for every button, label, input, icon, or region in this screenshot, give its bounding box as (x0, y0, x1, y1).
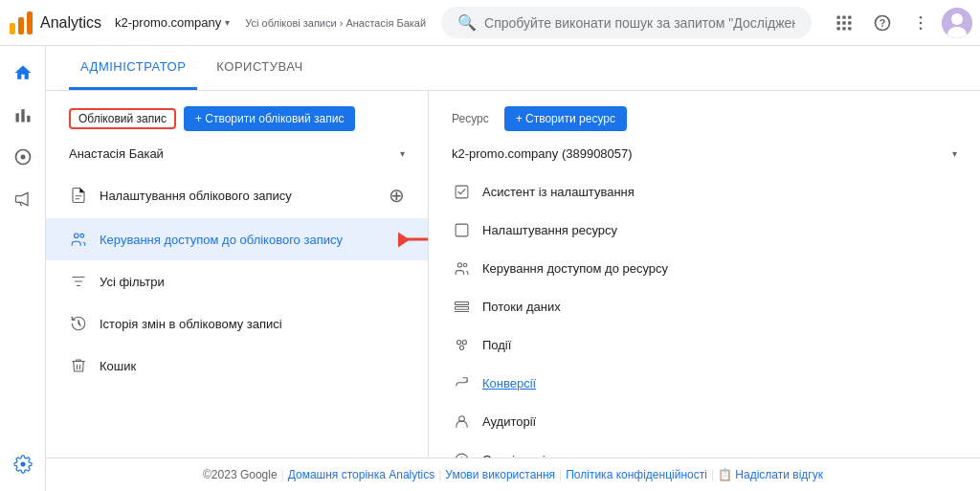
svg-point-16 (920, 27, 923, 30)
account-dropdown[interactable]: Анастасія Бакай (69, 146, 396, 161)
tab-user[interactable]: КОРИСТУВАЧ (205, 46, 314, 90)
menu-item-custom-definitions[interactable]: Спеціальні визначення (429, 440, 980, 458)
sidebar-item-home[interactable] (4, 54, 42, 92)
admin-content: Обліковий запис + Створити обліковий зап… (46, 91, 980, 458)
help-button[interactable]: ? (865, 6, 900, 40)
svg-point-15 (920, 21, 923, 24)
avatar[interactable] (942, 8, 972, 38)
svg-rect-17 (15, 113, 18, 122)
conversions-icon (452, 373, 471, 392)
svg-rect-29 (455, 306, 468, 309)
menu-item-label[interactable]: Конверсії (482, 376, 536, 391)
footer-link-terms[interactable]: Умови використання (445, 468, 555, 481)
svg-point-31 (462, 340, 466, 344)
menu-item-access-management[interactable]: Керування доступом до облікового запису (46, 218, 428, 260)
more-button[interactable] (903, 6, 938, 40)
menu-item-label: Налаштування облікового запису (100, 189, 292, 203)
more-icon (911, 13, 930, 33)
svg-point-26 (457, 262, 461, 266)
create-resource-button[interactable]: + Створити ресурс (504, 106, 627, 131)
avatar-image (942, 8, 972, 38)
tab-admin[interactable]: АДМІНІСТРАТОР (69, 46, 197, 90)
account-selector[interactable]: k2-promo.company ▾ (107, 11, 237, 33)
account-dropdown-chevron: ▾ (400, 148, 405, 159)
resource-dropdown[interactable]: k2-promo.company (389908057) (452, 146, 952, 161)
search-input[interactable] (484, 15, 795, 31)
people-icon (69, 230, 88, 249)
sidebar-item-explore[interactable] (4, 138, 42, 176)
svg-rect-28 (455, 301, 468, 304)
account-name: k2-promo.company (115, 15, 221, 30)
footer-link-privacy[interactable]: Політика конфіденційності (566, 468, 707, 481)
footer-link-feedback[interactable]: 📋 Надіслати відгук (718, 468, 823, 481)
menu-item-audiences[interactable]: Аудиторії (429, 402, 980, 440)
svg-rect-0 (10, 23, 15, 34)
file-icon (69, 186, 88, 205)
megaphone-icon (13, 190, 33, 209)
svg-rect-11 (848, 27, 851, 30)
menu-item-label: Керування доступом до облікового запису (100, 233, 343, 247)
menu-item-resource-access[interactable]: Керування доступом до ресурсу (429, 249, 980, 287)
menu-item-label: Кошик (100, 359, 136, 373)
menu-item-label: Аудиторії (482, 414, 536, 429)
resource-menu-list: Асистент із налаштування Налаштування ре… (429, 168, 980, 458)
account-title-box: Обліковий запис (69, 108, 176, 129)
account-menu-list: Налаштування облікового запису ⊕ Керуван… (46, 168, 428, 458)
menu-item-events[interactable]: Події (429, 325, 980, 364)
resource-label: Ресурс (452, 112, 489, 125)
menu-item-trash[interactable]: Кошик (46, 345, 428, 387)
menu-item-data-streams[interactable]: Потоки даних (429, 287, 980, 325)
svg-rect-6 (837, 21, 840, 24)
sidebar-item-reports[interactable] (4, 96, 42, 134)
app-title: Analytics (40, 14, 101, 32)
footer-link-home[interactable]: Домашня сторінка Analytics (288, 468, 435, 481)
data-streams-icon (452, 297, 471, 316)
analytics-logo-icon (8, 10, 34, 36)
account-column: Обліковий запис + Створити обліковий зап… (46, 91, 429, 458)
trash-icon (69, 356, 88, 375)
resource-people-icon (452, 258, 471, 278)
menu-item-label: Асистент із налаштування (482, 185, 635, 199)
svg-rect-7 (842, 21, 845, 24)
svg-rect-19 (27, 116, 30, 123)
tabs-bar: АДМІНІСТРАТОР КОРИСТУВАЧ (46, 46, 980, 91)
svg-rect-8 (848, 21, 851, 24)
menu-item-label: Керування доступом до ресурсу (482, 261, 668, 276)
menu-item-label: Історія змін в обліковому записі (100, 317, 282, 331)
svg-point-30 (457, 340, 460, 344)
check-square-icon (452, 182, 471, 201)
left-sidebar (0, 46, 46, 491)
add-icon: ⊕ (389, 184, 405, 207)
menu-item-filters[interactable]: Усі фільтри (46, 260, 428, 302)
bar-chart-icon (13, 105, 33, 124)
top-header: Analytics k2-promo.company ▾ Усі обліков… (0, 0, 980, 46)
menu-item-conversions[interactable]: Конверсії (429, 364, 980, 402)
settings-icon (13, 455, 33, 474)
search-icon: 🔍 (457, 13, 477, 32)
menu-item-setup-assistant[interactable]: Асистент із налаштування (429, 172, 980, 211)
menu-item-resource-settings[interactable]: Налаштування ресурсу (429, 211, 980, 249)
svg-rect-5 (848, 15, 851, 18)
svg-point-23 (80, 234, 84, 237)
sidebar-item-advertising[interactable] (4, 180, 42, 218)
audiences-icon (452, 412, 471, 431)
account-selector-row: Анастасія Бакай ▾ (46, 139, 428, 168)
red-arrow-indicator (399, 238, 428, 241)
apps-button[interactable] (827, 6, 861, 40)
menu-item-history[interactable]: Історія змін в обліковому записі (46, 302, 428, 345)
menu-item-account-settings[interactable]: Налаштування облікового запису ⊕ (46, 172, 428, 218)
svg-rect-4 (842, 15, 845, 18)
svg-rect-3 (837, 15, 840, 18)
help-icon: ? (873, 13, 892, 33)
search-bar: 🔍 (441, 7, 812, 38)
home-icon (13, 63, 33, 82)
resource-header: Ресурс + Створити ресурс (429, 91, 980, 139)
footer: ©2023 Google | Домашня сторінка Analytic… (46, 458, 980, 491)
svg-point-21 (20, 155, 25, 160)
events-icon (452, 335, 471, 354)
create-account-button[interactable]: + Створити обліковий запис (184, 106, 356, 131)
sidebar-item-settings[interactable] (4, 445, 42, 483)
chevron-down-icon: ▾ (225, 17, 230, 28)
svg-rect-25 (456, 224, 468, 236)
menu-item-label: Потоки даних (482, 300, 561, 314)
